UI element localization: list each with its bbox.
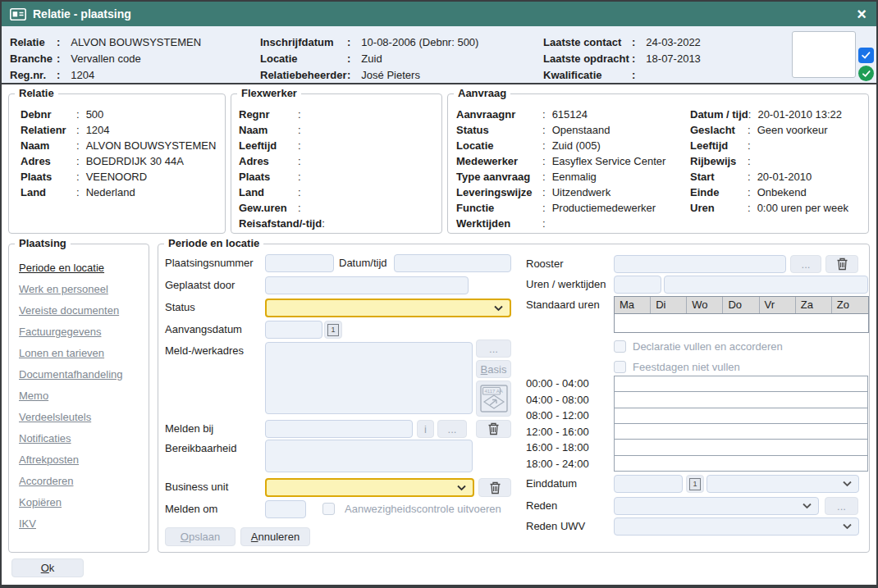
aanwezigheidscontrole-checkbox[interactable] bbox=[322, 503, 335, 515]
sidebar-item-accorderen[interactable]: Accorderen bbox=[19, 471, 149, 492]
info-row: EindeOnbekend bbox=[690, 185, 848, 200]
reden-browse-button[interactable]: ... bbox=[825, 497, 858, 515]
sidebar-item-aftrekposten[interactable]: Aftrekposten bbox=[19, 449, 149, 471]
field-label: Debnr bbox=[21, 107, 76, 122]
info-row: Naam bbox=[231, 122, 441, 138]
reden-uwv-select[interactable] bbox=[614, 517, 859, 536]
colon bbox=[748, 185, 751, 200]
colon bbox=[347, 51, 350, 67]
field-value: 20-01-2010 bbox=[757, 169, 812, 185]
groupbox-flexwerker: Flexwerker Regnr Naam Leeftijd Adres bbox=[231, 93, 442, 234]
field-value: 24-03-2022 bbox=[646, 34, 701, 51]
time-slot-row[interactable] bbox=[614, 455, 868, 472]
day-header-cell: Za bbox=[796, 297, 832, 313]
plaatsingsnummer-input[interactable] bbox=[265, 254, 334, 272]
close-icon[interactable]: × bbox=[857, 2, 867, 25]
colon bbox=[298, 122, 301, 138]
uren-input[interactable] bbox=[614, 276, 661, 294]
colon bbox=[542, 107, 546, 122]
opslaan-button[interactable]: Opslaan bbox=[165, 527, 236, 546]
aanvangsdatum-input[interactable] bbox=[265, 321, 322, 339]
business-unit-label: Business unit bbox=[165, 478, 228, 496]
sidebar-item-periode-en-locatie[interactable]: Periode en locatie bbox=[19, 258, 149, 279]
field-value: Eenmalig bbox=[552, 169, 597, 185]
melden-bij-browse-button[interactable]: ... bbox=[437, 420, 467, 438]
sidebar-item-verdeelsleutels[interactable]: Verdeelsleutels bbox=[19, 407, 149, 428]
time-slot-row[interactable] bbox=[614, 376, 868, 392]
meldwerkadres-textarea[interactable] bbox=[265, 342, 473, 414]
sidebar-item-notificaties[interactable]: Notificaties bbox=[19, 428, 149, 449]
sidebar-item-memo[interactable]: Memo bbox=[19, 385, 149, 407]
field-label: Gew.uren bbox=[239, 200, 298, 216]
field-label: Type aanvraag bbox=[456, 169, 542, 185]
melden-bij-delete-button[interactable] bbox=[476, 420, 511, 438]
feestdagen-label: Feestdagen niet vullen bbox=[633, 358, 740, 376]
sidebar-item-werk-en-personeel[interactable]: Werk en personeel bbox=[19, 279, 149, 300]
colon bbox=[542, 122, 546, 138]
colon bbox=[298, 153, 301, 169]
colon bbox=[542, 138, 546, 153]
einddatum-select[interactable] bbox=[707, 475, 859, 493]
groupbox-title: Relatie bbox=[15, 87, 58, 99]
basis-button[interactable]: Basis bbox=[476, 360, 511, 378]
meldwerkadres-browse-button[interactable]: ... bbox=[476, 340, 511, 358]
annuleren-button[interactable]: Annuleren bbox=[240, 527, 310, 546]
time-slot-row[interactable] bbox=[614, 423, 868, 440]
field-value: Uitzendwerk bbox=[552, 185, 611, 200]
reden-select[interactable] bbox=[614, 497, 819, 515]
sidebar-item-factuurgegevens[interactable]: Factuurgegevens bbox=[19, 321, 149, 343]
einddatum-calendar-button[interactable]: 1 bbox=[686, 475, 704, 493]
melden-bij-info-button[interactable]: i bbox=[417, 420, 434, 438]
melden-om-input[interactable] bbox=[265, 500, 306, 518]
colon bbox=[76, 185, 80, 200]
info-row: Leeftijd bbox=[690, 138, 848, 153]
info-row: Start20-01-2010 bbox=[690, 169, 848, 185]
aanvangsdatum-calendar-button[interactable]: 1 bbox=[324, 321, 342, 339]
sidebar-item-lonen-en-tarieven[interactable]: Lonen en tarieven bbox=[19, 343, 149, 364]
field-label: Rijbewijs bbox=[690, 153, 748, 169]
rooster-browse-button[interactable]: ... bbox=[790, 255, 821, 273]
colon bbox=[57, 34, 60, 51]
business-unit-delete-button[interactable] bbox=[478, 478, 511, 497]
melden-bij-input[interactable] bbox=[265, 420, 413, 438]
einddatum-input[interactable] bbox=[614, 475, 683, 493]
feestdagen-checkbox[interactable] bbox=[614, 361, 626, 373]
datumtijd-input[interactable] bbox=[394, 254, 511, 272]
time-slot-row[interactable] bbox=[614, 439, 868, 455]
time-slot-label: 08:00 - 12:00 bbox=[526, 408, 611, 424]
field-value: ALVON BOUWSYSTEMEN bbox=[71, 34, 201, 51]
status-select[interactable] bbox=[265, 299, 511, 317]
field-value: 0:00 uren per week bbox=[757, 200, 848, 216]
field-label: Laatste contact bbox=[543, 34, 632, 51]
rooster-delete-button[interactable] bbox=[825, 255, 858, 273]
time-slot-row[interactable] bbox=[614, 408, 868, 424]
time-slot-row[interactable] bbox=[614, 391, 868, 408]
colon bbox=[76, 169, 80, 185]
sidebar-item-vereiste-documenten[interactable]: Vereiste documenten bbox=[19, 300, 149, 321]
info-row: GeslachtGeen voorkeur bbox=[690, 122, 848, 138]
colon bbox=[748, 122, 751, 138]
aanvraag-right-rows: Datum / tijd20-01-2010 13:22 GeslachtGee… bbox=[690, 107, 848, 216]
geplaatst-door-input[interactable] bbox=[265, 276, 469, 294]
business-unit-select[interactable] bbox=[265, 478, 474, 497]
colon bbox=[748, 200, 751, 216]
header-field: Laatste contact24-03-2022 bbox=[543, 34, 701, 51]
declaratie-checkbox[interactable] bbox=[614, 340, 626, 353]
field-value: Productiemedewerker bbox=[552, 200, 656, 216]
time-slot-label: 18:00 - 24:00 bbox=[526, 456, 611, 472]
werktijden-input[interactable] bbox=[664, 276, 868, 294]
sidebar-item-ikv[interactable]: IKV bbox=[19, 513, 149, 535]
bereikbaarheid-textarea[interactable] bbox=[265, 440, 473, 472]
trash-icon bbox=[487, 422, 500, 435]
rooster-input[interactable] bbox=[614, 255, 786, 273]
reden-label: Reden bbox=[526, 497, 557, 515]
header-field: Kwalificatie bbox=[543, 67, 701, 84]
postcode-map-button[interactable]: 4117 AA bbox=[476, 381, 511, 417]
standaard-uren-row[interactable] bbox=[615, 314, 868, 332]
einddatum-label: Einddatum bbox=[526, 475, 577, 493]
header-field: BrancheVervallen code bbox=[10, 51, 201, 67]
ok-button[interactable]: Ok bbox=[11, 558, 84, 577]
blue-checkbox-icon[interactable] bbox=[858, 48, 874, 63]
sidebar-item-documentafhandeling[interactable]: Documentafhandeling bbox=[19, 364, 149, 385]
sidebar-item-kopieren[interactable]: Kopiëren bbox=[19, 492, 149, 513]
